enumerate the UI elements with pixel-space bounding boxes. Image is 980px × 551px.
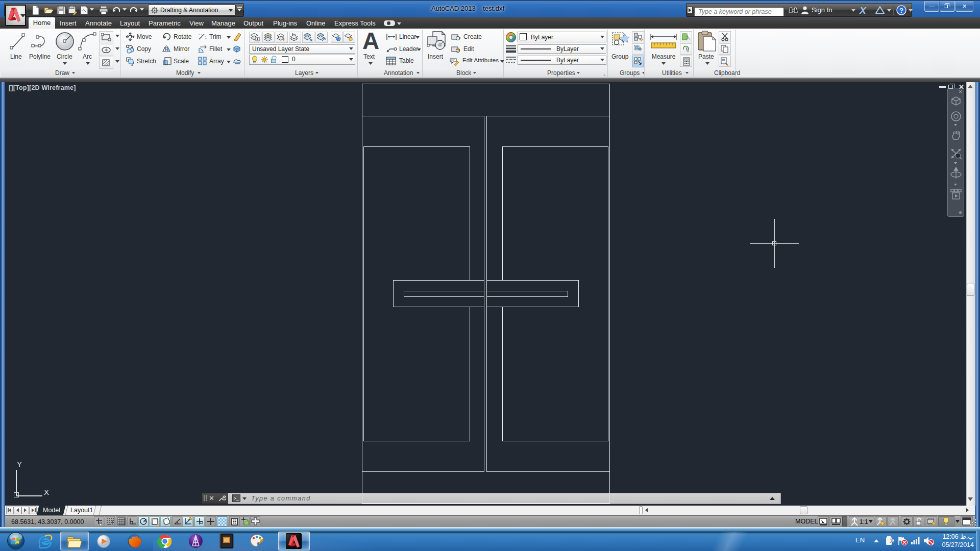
svg-text:?: ?	[899, 7, 903, 14]
